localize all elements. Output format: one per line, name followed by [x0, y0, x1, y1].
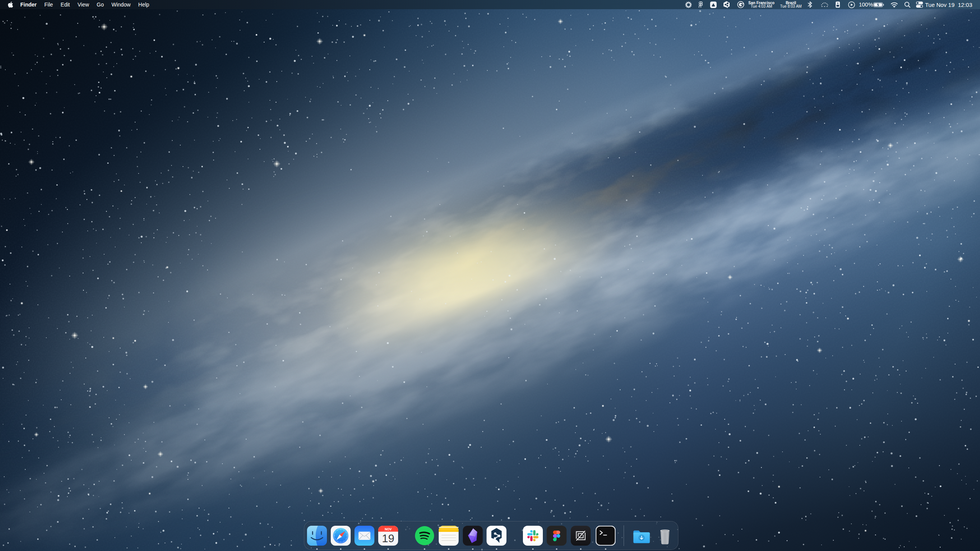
svg-text:NOV: NOV [385, 527, 392, 531]
svg-text:19: 19 [382, 532, 394, 544]
